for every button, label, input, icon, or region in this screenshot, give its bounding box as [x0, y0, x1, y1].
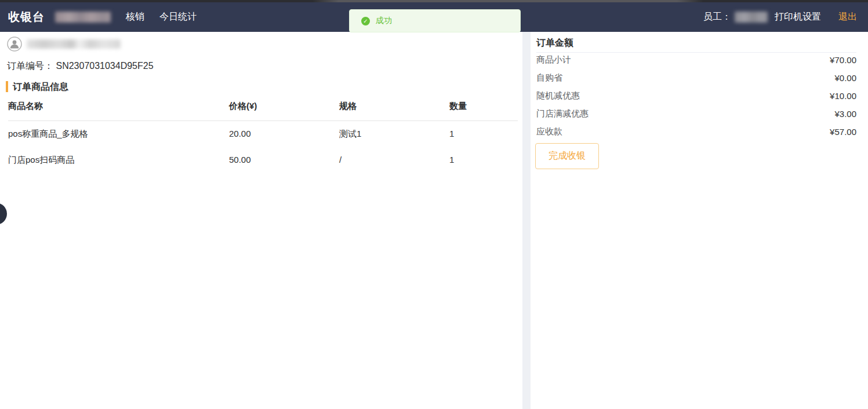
summary-row-self-save: 自购省 ¥0.00 — [536, 69, 856, 87]
products-table-header: 商品名称 价格(¥) 规格 数量 — [8, 101, 518, 121]
summary-row-random-discount: 随机减优惠 ¥10.00 — [536, 87, 856, 105]
cell-qty: 1 — [449, 129, 518, 140]
col-header-name: 商品名称 — [8, 101, 229, 112]
logout-button[interactable]: 退出 — [838, 11, 857, 23]
summary-rows: 商品小计 ¥70.00 自购省 ¥0.00 随机减优惠 ¥10.00 门店满减优… — [536, 51, 856, 141]
summary-value: ¥57.00 — [830, 127, 856, 137]
summary-value: ¥10.00 — [830, 91, 856, 101]
nav-item-verify[interactable]: 核销 — [126, 11, 144, 23]
order-amount-panel: 订单金额 商品小计 ¥70.00 自购省 ¥0.00 随机减优惠 ¥10.00 … — [531, 32, 868, 409]
order-number-line: 订单编号： SN2307031034D95F25 — [7, 60, 154, 72]
cell-price: 50.00 — [229, 155, 339, 166]
pos-cashier-screen: 收银台 核销 今日统计 员工： 打印机设置 退出 ✓ 成功 订单编号： SN23… — [0, 0, 868, 409]
products-table: 商品名称 价格(¥) 规格 数量 pos称重商品_多规格 20.00 测试1 1… — [8, 101, 518, 173]
redacted-employee-name — [735, 12, 768, 23]
panel-divider — [522, 32, 531, 409]
col-header-spec: 规格 — [339, 101, 449, 112]
order-number-label: 订单编号： — [7, 61, 53, 71]
summary-label: 自购省 — [536, 72, 562, 83]
redacted-customer-name — [27, 39, 121, 49]
summary-value: ¥0.00 — [834, 73, 856, 83]
nav-item-today-stats[interactable]: 今日统计 — [159, 11, 197, 23]
products-section-title: 订单商品信息 — [6, 81, 68, 92]
order-number-value: SN2307031034D95F25 — [56, 61, 153, 71]
cell-spec: / — [339, 155, 449, 166]
avatar-icon — [7, 36, 22, 52]
col-header-price: 价格(¥) — [229, 101, 339, 112]
summary-row-subtotal: 商品小计 ¥70.00 — [536, 51, 856, 69]
employee-label: 员工： — [703, 11, 731, 23]
complete-checkout-button[interactable]: 完成收银 — [535, 143, 599, 169]
summary-row-receivable: 应收款 ¥57.00 — [536, 123, 856, 141]
success-toast: ✓ 成功 — [349, 9, 521, 32]
summary-label: 应收款 — [536, 126, 562, 137]
cell-qty: 1 — [449, 155, 518, 166]
summary-label: 随机减优惠 — [536, 90, 580, 101]
navbar-right: 员工： 打印机设置 退出 — [703, 11, 857, 23]
toast-message: 成功 — [376, 16, 392, 26]
cell-product-name: pos称重商品_多规格 — [8, 129, 229, 140]
summary-row-store-discount: 门店满减优惠 ¥3.00 — [536, 105, 856, 123]
order-amount-title: 订单金额 — [536, 37, 573, 49]
app-title: 收银台 — [8, 9, 45, 25]
table-row: 门店pos扫码商品 50.00 / 1 — [8, 147, 518, 173]
cell-product-name: 门店pos扫码商品 — [8, 155, 229, 166]
table-row: pos称重商品_多规格 20.00 测试1 1 — [8, 121, 518, 147]
cell-spec: 测试1 — [339, 129, 449, 140]
cell-price: 20.00 — [229, 129, 339, 140]
redacted-store-name — [55, 12, 111, 23]
check-circle-icon: ✓ — [361, 17, 370, 25]
col-header-qty: 数量 — [449, 101, 518, 112]
summary-label: 商品小计 — [536, 54, 571, 65]
summary-label: 门店满减优惠 — [536, 108, 589, 119]
summary-value: ¥3.00 — [834, 109, 856, 119]
printer-settings-button[interactable]: 打印机设置 — [775, 11, 821, 23]
summary-value: ¥70.00 — [830, 55, 856, 65]
drawer-handle[interactable] — [0, 203, 7, 225]
customer-row — [7, 36, 121, 52]
